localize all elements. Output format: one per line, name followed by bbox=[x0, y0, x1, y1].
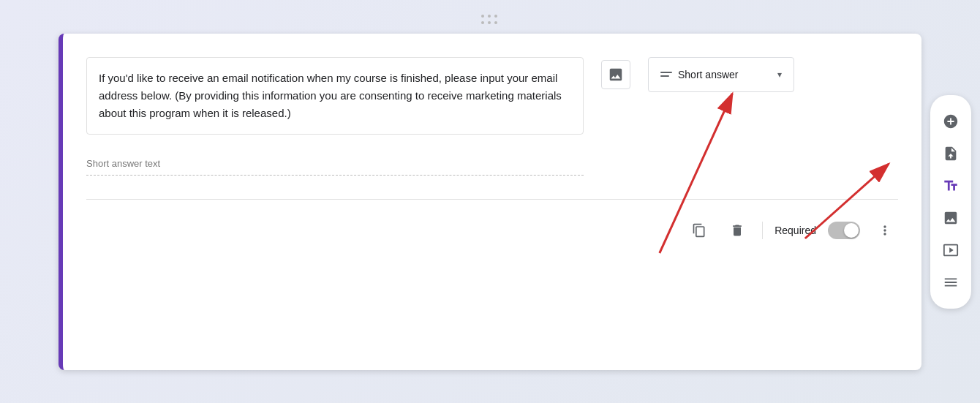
add-image-section-button[interactable] bbox=[936, 203, 965, 233]
section-icon bbox=[943, 274, 959, 290]
copy-icon bbox=[692, 223, 706, 238]
add-question-button[interactable] bbox=[936, 107, 965, 136]
question-text: If you'd like to receive an email notifi… bbox=[86, 57, 584, 135]
answer-type-label: Short answer bbox=[678, 69, 772, 80]
card-divider bbox=[86, 199, 898, 200]
short-answer-type-icon bbox=[660, 72, 672, 77]
short-answer-input[interactable] bbox=[86, 152, 584, 176]
more-options-button[interactable] bbox=[872, 217, 898, 244]
image-icon bbox=[608, 67, 624, 83]
copy-button[interactable] bbox=[686, 217, 712, 244]
text-format-icon bbox=[943, 178, 959, 194]
drag-dot bbox=[488, 21, 491, 24]
icon-line-1 bbox=[660, 72, 672, 73]
add-video-button[interactable] bbox=[936, 236, 965, 265]
drag-dot bbox=[481, 21, 484, 24]
add-title-button[interactable] bbox=[936, 171, 965, 200]
add-circle-icon bbox=[943, 113, 959, 129]
required-toggle[interactable] bbox=[828, 222, 860, 239]
required-label: Required bbox=[774, 225, 816, 236]
import-icon bbox=[943, 146, 959, 162]
page-container: If you'd like to receive an email notifi… bbox=[0, 0, 980, 403]
right-sidebar bbox=[930, 95, 971, 309]
add-image-button[interactable] bbox=[601, 60, 630, 89]
trash-icon bbox=[730, 223, 745, 238]
top-section: If you'd like to receive an email notifi… bbox=[86, 57, 898, 135]
drag-handle bbox=[481, 15, 499, 26]
bottom-toolbar: Required bbox=[86, 211, 898, 244]
answer-type-dropdown[interactable]: Short answer ▾ bbox=[648, 57, 794, 92]
image-section-icon bbox=[943, 210, 959, 226]
drag-dot bbox=[494, 21, 497, 24]
add-section-button[interactable] bbox=[936, 268, 965, 297]
drag-dot bbox=[481, 15, 484, 18]
import-questions-button[interactable] bbox=[936, 139, 965, 168]
answer-input-section bbox=[86, 152, 584, 176]
more-vert-icon bbox=[878, 223, 892, 238]
chevron-down-icon: ▾ bbox=[777, 69, 782, 80]
video-icon bbox=[943, 242, 959, 258]
question-text-area: If you'd like to receive an email notifi… bbox=[86, 57, 584, 135]
toggle-thumb bbox=[844, 223, 859, 238]
toolbar-separator bbox=[762, 222, 763, 239]
delete-button[interactable] bbox=[724, 217, 750, 244]
icon-line-2 bbox=[660, 75, 669, 77]
drag-dot bbox=[494, 15, 497, 18]
question-card: If you'd like to receive an email notifi… bbox=[59, 34, 921, 370]
drag-dot bbox=[488, 15, 491, 18]
